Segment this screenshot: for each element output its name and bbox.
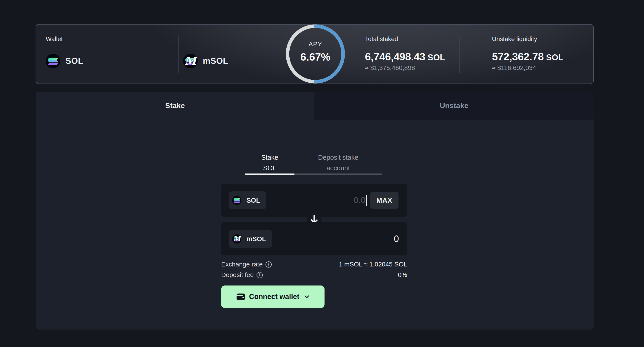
staking-app: Wallet SOL M mSOL APY 6.67% [0, 0, 644, 347]
apy-value: 6.67% [300, 51, 330, 63]
stake-panel: Stake Unstake Stake SOL Deposit stake ac… [36, 92, 594, 330]
stat-total-staked: Total staked 6,746,498.43SOL ≈ $1,375,46… [365, 24, 457, 84]
stat-label: Unstake liquidity [492, 35, 537, 43]
input-token-label: SOL [246, 197, 260, 204]
msol-coin-icon: M [232, 234, 242, 244]
exchange-rate-label: Exchange rate [221, 261, 263, 268]
input-token-chip-sol[interactable]: SOL [229, 191, 266, 209]
stat-unit: SOL [546, 53, 564, 62]
connect-wallet-button[interactable]: Connect wallet [221, 286, 324, 308]
stat-unstake-liquidity: Unstake liquidity 572,362.78SOL ≈ $116,6… [492, 24, 588, 84]
wallet-token-sol-label: SOL [66, 56, 83, 66]
output-token-label: mSOL [246, 235, 266, 243]
tab-stake[interactable]: Stake [36, 92, 314, 120]
msol-coin-icon: M [183, 54, 198, 68]
wallet-icon [236, 293, 245, 301]
sol-coin-icon [232, 196, 242, 205]
output-token-chip-msol[interactable]: M mSOL [229, 230, 272, 248]
stat-amount: 6,746,498.43 [365, 51, 425, 63]
subtab-label-line: Deposit stake [318, 152, 358, 163]
stat-usd-approx: ≈ $1,375,460,898 [365, 64, 415, 72]
subtab-deposit-stake-account[interactable]: Deposit stake account [294, 152, 382, 175]
subtab-label-line: account [326, 163, 350, 173]
stats-header-card: Wallet SOL M mSOL APY 6.67% [36, 24, 594, 84]
info-icon[interactable]: i [266, 261, 272, 268]
stat-amount: 572,362.78 [492, 51, 544, 63]
output-amount-value: 0 [394, 222, 399, 255]
connect-wallet-label: Connect wallet [249, 293, 300, 301]
stake-output-box: M mSOL 0 [221, 222, 407, 255]
text-caret [366, 195, 367, 206]
deposit-fee-row: Deposit fee i 0% [221, 270, 407, 280]
stat-usd-approx: ≈ $116,692,034 [492, 64, 536, 72]
sol-coin-icon [46, 54, 60, 68]
tab-unstake-label: Unstake [440, 101, 468, 110]
header-divider [178, 35, 179, 73]
wallet-token-msol-label: mSOL [203, 56, 228, 66]
deposit-fee-value: 0% [398, 271, 407, 279]
tab-unstake[interactable]: Unstake [314, 92, 594, 120]
exchange-rate-row: Exchange rate i 1 mSOL ≈ 1.02045 SOL [221, 260, 407, 269]
wallet-token-msol: M mSOL [183, 54, 228, 68]
stake-amount-input[interactable] [278, 190, 366, 210]
header-divider [459, 35, 460, 73]
info-icon[interactable]: i [256, 272, 263, 278]
max-button[interactable]: MAX [370, 192, 398, 209]
stat-unit: SOL [428, 53, 445, 62]
wallet-section-label: Wallet [46, 35, 63, 43]
stat-label: Total staked [365, 35, 398, 43]
apy-label: APY [308, 41, 322, 48]
tab-stake-label: Stake [165, 101, 185, 110]
wallet-token-sol: SOL [46, 54, 83, 68]
subtab-label-line: Stake [261, 152, 278, 163]
deposit-fee-label: Deposit fee [221, 271, 254, 279]
exchange-rate-value: 1 mSOL ≈ 1.02045 SOL [339, 261, 407, 268]
apy-readout: APY 6.67% [292, 41, 338, 63]
subtab-stake-sol[interactable]: Stake SOL [245, 152, 294, 175]
subtab-label-line: SOL [263, 163, 276, 173]
chevron-down-icon [304, 295, 309, 298]
